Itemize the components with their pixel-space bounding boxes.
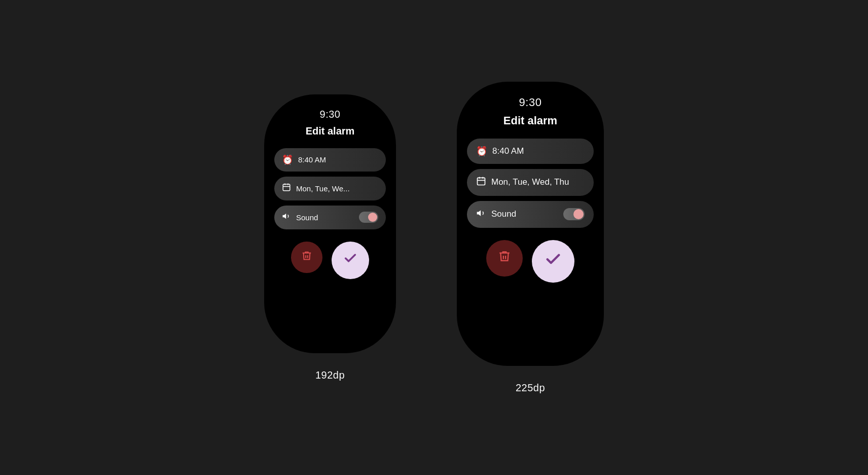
watch-time-1: 9:30 (320, 109, 341, 120)
toggle-knob-1 (368, 213, 377, 222)
confirm-button-1[interactable] (332, 242, 369, 279)
confirm-button-2[interactable] (532, 240, 574, 283)
check-icon-1 (343, 251, 357, 269)
clock-icon-1: ⏰ (282, 154, 293, 165)
svg-rect-5 (478, 178, 485, 185)
sound-icon-2 (476, 208, 486, 221)
watch1-label: 192dp (315, 369, 345, 381)
watch-title-1: Edit alarm (306, 125, 355, 137)
alarm-time-item-2[interactable]: ⏰ 8:40 AM (467, 139, 594, 164)
watch-face-1: 9:30 Edit alarm ⏰ 8:40 AM Mon, Tue, We (264, 94, 396, 353)
watch-title-2: Edit alarm (503, 114, 557, 127)
toggle-knob-2 (573, 209, 584, 219)
svg-rect-0 (283, 184, 290, 191)
trash-icon-2 (498, 250, 511, 266)
sound-toggle-1[interactable] (359, 212, 378, 223)
menu-items-2: ⏰ 8:40 AM Mon, Tue, Wed, Thu (467, 139, 594, 228)
sound-icon-1 (282, 212, 291, 223)
alarm-time-item-1[interactable]: ⏰ 8:40 AM (274, 148, 386, 172)
action-buttons-2 (486, 240, 574, 283)
alarm-time-text-1: 8:40 AM (298, 155, 378, 164)
days-text-2: Mon, Tue, Wed, Thu (491, 177, 585, 187)
days-item-1[interactable]: Mon, Tue, We... (274, 177, 386, 200)
svg-marker-4 (283, 213, 286, 219)
sound-text-1: Sound (296, 213, 354, 222)
sound-item-1[interactable]: Sound (274, 206, 386, 229)
action-buttons-1 (291, 242, 369, 279)
watch-192dp: 9:30 Edit alarm ⏰ 8:40 AM Mon, Tue, We (264, 94, 396, 381)
delete-button-2[interactable] (486, 240, 523, 277)
sound-item-2[interactable]: Sound (467, 201, 594, 228)
sound-toggle-2[interactable] (563, 208, 585, 220)
watch2-label: 225dp (516, 382, 545, 394)
watch-face-2: 9:30 Edit alarm ⏰ 8:40 AM Mon, Tue, We (457, 82, 604, 366)
menu-items-1: ⏰ 8:40 AM Mon, Tue, We... (274, 148, 386, 229)
calendar-icon-2 (476, 176, 486, 189)
watch-225dp: 9:30 Edit alarm ⏰ 8:40 AM Mon, Tue, We (457, 82, 604, 394)
clock-icon-2: ⏰ (476, 146, 487, 157)
alarm-time-text-2: 8:40 AM (492, 146, 585, 156)
watch-time-2: 9:30 (519, 96, 542, 109)
days-item-2[interactable]: Mon, Tue, Wed, Thu (467, 169, 594, 196)
trash-icon-1 (301, 250, 312, 264)
check-icon-2 (545, 251, 562, 272)
delete-button-1[interactable] (291, 242, 322, 273)
days-text-1: Mon, Tue, We... (296, 184, 378, 193)
calendar-icon-1 (282, 183, 291, 194)
svg-marker-9 (477, 210, 481, 216)
sound-text-2: Sound (491, 209, 558, 219)
